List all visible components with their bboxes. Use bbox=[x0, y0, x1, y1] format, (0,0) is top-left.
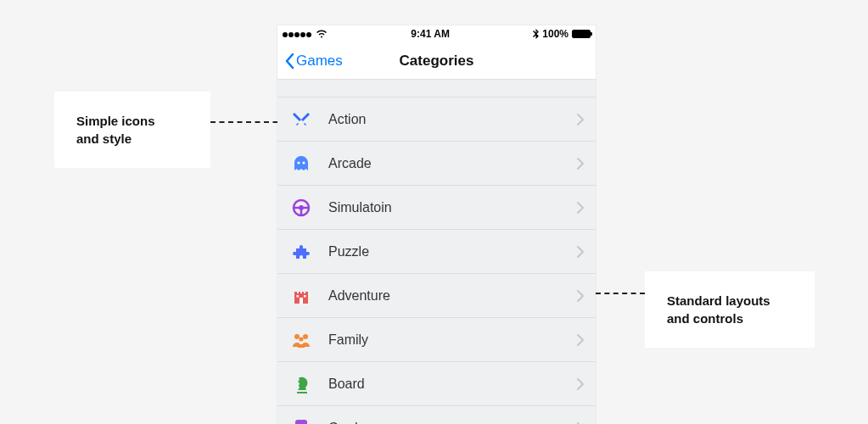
annotation-text: and style bbox=[76, 130, 188, 148]
chevron-right-icon bbox=[577, 378, 584, 390]
battery-percent: 100% bbox=[542, 28, 568, 40]
svg-point-9 bbox=[300, 337, 304, 341]
svg-point-3 bbox=[299, 205, 304, 210]
category-label: Card bbox=[328, 421, 577, 425]
chess-knight-icon bbox=[289, 372, 313, 396]
chevron-right-icon bbox=[577, 202, 584, 214]
card-icon bbox=[289, 416, 313, 425]
status-right: 100% bbox=[533, 28, 591, 40]
category-row-puzzle[interactable]: Puzzle bbox=[277, 229, 596, 273]
category-list: Action Arcade Simulatoin bbox=[277, 80, 596, 424]
category-label: Arcade bbox=[328, 156, 577, 171]
annotation-text: and controls bbox=[667, 310, 792, 327]
category-row-simulation[interactable]: Simulatoin bbox=[277, 185, 596, 229]
category-label: Family bbox=[328, 332, 577, 348]
category-label: Simulatoin bbox=[328, 200, 577, 215]
svg-point-1 bbox=[302, 161, 305, 164]
status-left bbox=[283, 28, 328, 40]
ghost-icon bbox=[289, 152, 313, 176]
annotation-simple-icons: Simple icons and style bbox=[54, 92, 210, 168]
svg-point-0 bbox=[297, 161, 300, 164]
puzzle-icon bbox=[289, 240, 313, 264]
svg-rect-5 bbox=[297, 295, 300, 298]
svg-point-7 bbox=[294, 334, 300, 339]
svg-rect-10 bbox=[295, 420, 307, 425]
chevron-right-icon bbox=[577, 246, 584, 258]
annotation-text: Simple icons bbox=[76, 112, 188, 130]
category-row-adventure[interactable]: Adventure bbox=[277, 273, 596, 317]
category-label: Puzzle bbox=[328, 244, 577, 259]
signal-dots-icon bbox=[283, 28, 312, 40]
swords-icon bbox=[289, 108, 313, 131]
steering-wheel-icon bbox=[289, 196, 313, 220]
bluetooth-icon bbox=[533, 29, 539, 39]
svg-rect-4 bbox=[300, 298, 303, 304]
castle-icon bbox=[289, 284, 313, 308]
chevron-right-icon bbox=[577, 158, 584, 170]
phone-screen: 9:41 AM 100% Games Categories Action bbox=[277, 25, 596, 424]
people-icon bbox=[289, 328, 313, 352]
category-row-board[interactable]: Board bbox=[277, 361, 596, 405]
category-label: Board bbox=[328, 377, 577, 392]
chevron-right-icon bbox=[577, 290, 584, 302]
category-label: Action bbox=[328, 112, 577, 127]
chevron-right-icon bbox=[577, 334, 584, 346]
battery-icon bbox=[572, 30, 591, 38]
status-time: 9:41 AM bbox=[411, 28, 450, 40]
chevron-right-icon bbox=[577, 114, 584, 126]
annotation-standard-layouts: Standard layouts and controls bbox=[645, 271, 815, 348]
category-row-family[interactable]: Family bbox=[277, 317, 596, 361]
status-bar: 9:41 AM 100% bbox=[277, 25, 596, 42]
back-button[interactable]: Games bbox=[284, 53, 343, 70]
annotation-text: Standard layouts bbox=[667, 292, 792, 310]
category-row-action[interactable]: Action bbox=[277, 97, 596, 141]
nav-bar: Games Categories bbox=[277, 42, 596, 80]
back-label: Games bbox=[296, 53, 343, 70]
category-row-arcade[interactable]: Arcade bbox=[277, 141, 596, 185]
annotation-connector bbox=[596, 293, 645, 294]
annotation-connector bbox=[210, 121, 287, 123]
wifi-icon bbox=[316, 30, 328, 38]
category-row-card[interactable]: Card bbox=[277, 405, 596, 424]
svg-rect-6 bbox=[304, 295, 306, 298]
svg-point-8 bbox=[303, 334, 308, 339]
category-label: Adventure bbox=[328, 288, 577, 304]
chevron-left-icon bbox=[284, 53, 294, 70]
